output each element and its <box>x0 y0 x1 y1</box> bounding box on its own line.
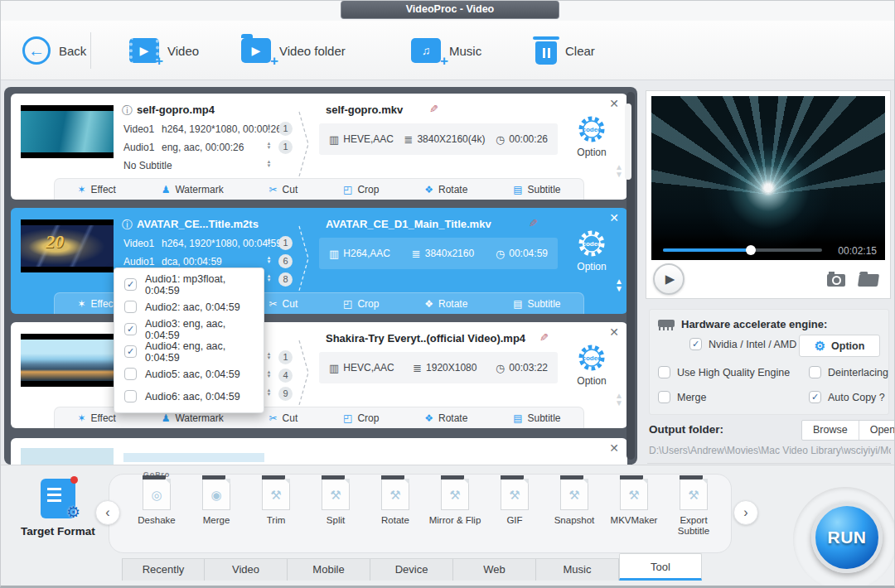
scroll-tools-right-button[interactable]: › <box>733 500 758 525</box>
cut-button[interactable]: ✂Cut <box>269 412 298 424</box>
preview-video[interactable]: 00:02:15 <box>651 96 885 260</box>
checkbox[interactable] <box>124 390 137 402</box>
close-icon[interactable]: ✕ <box>609 211 619 224</box>
effect-button[interactable]: ✶Effect <box>77 298 116 310</box>
rotate-button[interactable]: ❖Rotate <box>424 184 467 195</box>
tool-trim[interactable]: ⚒ Trim <box>246 479 306 537</box>
audio-track-option[interactable]: ✓Audio4: eng, aac, 0:04:59 <box>114 340 264 363</box>
rotate-button[interactable]: ❖Rotate <box>424 298 467 310</box>
subtitle-track-stepper[interactable] <box>265 160 273 168</box>
checkbox[interactable] <box>809 366 821 378</box>
run-button[interactable]: RUN <box>811 502 883 573</box>
codec-option-button[interactable]: codec Option <box>568 113 616 158</box>
high-quality-checkbox-row[interactable]: Use High Quality Engine <box>658 366 790 378</box>
audio-track-option[interactable]: Audio2: aac, 0:04:59 <box>114 296 264 318</box>
gpu-checkbox-row[interactable]: ✓ Nvidia / Intel / AMD <box>689 338 796 350</box>
checkbox[interactable] <box>658 391 670 403</box>
edit-name-icon[interactable]: ✎ <box>529 217 538 229</box>
subtitle-track-stepper[interactable] <box>265 274 273 282</box>
tab-recently[interactable]: Recently <box>122 559 205 581</box>
audio-track-stepper[interactable] <box>265 142 273 150</box>
cut-button[interactable]: ✂Cut <box>269 184 298 195</box>
subtitle-track-stepper[interactable] <box>265 388 273 397</box>
reorder-arrows[interactable] <box>615 163 623 178</box>
reorder-arrows[interactable] <box>615 277 623 292</box>
list-scrollbar-track[interactable] <box>626 92 635 460</box>
crop-button[interactable]: ◰Crop <box>343 184 379 195</box>
effect-button[interactable]: ✶Effect <box>77 412 116 424</box>
list-scrollbar-thumb[interactable] <box>625 104 631 180</box>
browse-button[interactable]: Browse <box>802 421 859 440</box>
tool-export-subtitle[interactable]: ⚒ Export Subtitle <box>664 479 723 537</box>
subtitle-button[interactable]: ▤Subtitle <box>513 412 560 424</box>
tool-mirror-flip[interactable]: ⚒ Mirror & Flip <box>425 479 485 537</box>
tab-music[interactable]: Music <box>536 559 619 581</box>
close-icon[interactable]: ✕ <box>609 441 619 455</box>
subtitle-button[interactable]: ▤Subtitle <box>513 298 560 310</box>
close-icon[interactable]: ✕ <box>609 97 619 110</box>
video-row-2-selected[interactable]: 20 ⓘ AVATAR_CE...Title.m2ts Video1h264, … <box>11 208 627 314</box>
audio-track-option[interactable]: ✓Audio1: mp3float, 0:04:59 <box>114 273 264 296</box>
codec-option-button[interactable]: codec Option <box>568 342 616 387</box>
add-music-button[interactable]: ♫ Music <box>411 32 481 69</box>
edit-name-icon[interactable]: ✎ <box>429 103 438 115</box>
audio-track-option[interactable]: ✓Audio3: eng, aac, 0:04:59 <box>114 318 264 340</box>
subtitle-button[interactable]: ▤Subtitle <box>513 184 560 195</box>
crop-button[interactable]: ◰Crop <box>343 412 379 424</box>
video-track-stepper[interactable] <box>265 123 273 132</box>
info-icon[interactable]: ⓘ <box>122 104 133 118</box>
close-icon[interactable]: ✕ <box>609 325 619 339</box>
tool-merge[interactable]: ◉ Merge <box>186 479 246 537</box>
checkbox[interactable]: ✓ <box>124 345 137 358</box>
tab-device[interactable]: Device <box>370 559 453 581</box>
play-button[interactable]: ▶ <box>653 263 685 295</box>
video-row-4-partial[interactable]: ✕ <box>11 438 627 465</box>
audio-track-option[interactable]: Audio6: aac, 0:04:59 <box>114 385 264 407</box>
tab-mobile[interactable]: Mobile <box>288 559 370 581</box>
open-folder-icon[interactable] <box>858 274 879 287</box>
hardware-option-button[interactable]: ⚙ Option <box>799 335 880 357</box>
target-format-block[interactable]: ⚙ Target Format <box>14 479 102 537</box>
clear-button[interactable]: Clear <box>535 32 595 69</box>
tab-video[interactable]: Video <box>205 559 288 581</box>
scroll-tools-left-button[interactable]: ‹ <box>95 500 120 525</box>
rotate-button[interactable]: ❖Rotate <box>424 412 467 424</box>
seek-bar[interactable] <box>663 248 822 252</box>
checkbox[interactable] <box>658 366 670 378</box>
tab-tool-active[interactable]: Tool <box>619 553 702 581</box>
add-video-folder-button[interactable]: ▶ Video folder <box>241 32 346 69</box>
auto-copy-checkbox-row[interactable]: ✓ Auto Copy ? <box>809 391 885 403</box>
tool-deshake[interactable]: GoPro ◎ Deshake <box>127 479 186 537</box>
tool-snapshot[interactable]: ⚒ Snapshot <box>544 479 604 537</box>
merge-checkbox-row[interactable]: Merge <box>658 391 706 403</box>
tool-rotate[interactable]: ⚒ Rotate <box>365 479 425 537</box>
video-row-3[interactable]: ⓘ 1 4 9 Shakira-Try Everyt..(official Vi… <box>11 322 627 428</box>
checkbox[interactable]: ✓ <box>124 278 137 291</box>
tool-gif[interactable]: ⚒ GIF <box>485 479 544 537</box>
tool-mkvmaker[interactable]: ⚒ MKVMaker <box>604 479 664 537</box>
checkbox[interactable]: ✓ <box>124 323 137 335</box>
video-row-1[interactable]: ⓘ self-gopro.mp4 Video1h264, 1920*1080, … <box>11 94 627 200</box>
reorder-arrows[interactable] <box>615 392 623 407</box>
edit-name-icon[interactable]: ✎ <box>539 331 549 344</box>
audio-track-stepper[interactable] <box>265 256 273 264</box>
deinterlacing-checkbox-row[interactable]: Deinterlacing <box>809 366 888 378</box>
add-video-button[interactable]: ▶ Video <box>129 32 199 69</box>
open-button[interactable]: Open <box>859 421 895 440</box>
seek-handle[interactable] <box>746 245 756 255</box>
codec-option-button[interactable]: codec Option <box>568 228 616 272</box>
checkbox[interactable] <box>124 368 137 380</box>
checkbox[interactable]: ✓ <box>689 338 702 350</box>
effect-button[interactable]: ✶Effect <box>77 184 116 195</box>
watermark-button[interactable]: ♟Watermark <box>162 184 224 195</box>
crop-button[interactable]: ◰Crop <box>343 298 379 310</box>
video-track-stepper[interactable] <box>265 238 273 246</box>
checkbox[interactable] <box>124 301 137 313</box>
audio-track-option[interactable]: Audio5: aac, 0:04:59 <box>114 363 264 385</box>
tool-split[interactable]: ⚒ Split <box>306 479 365 537</box>
audio-track-stepper[interactable] <box>265 370 273 378</box>
snapshot-camera-icon[interactable] <box>827 274 845 287</box>
checkbox[interactable]: ✓ <box>809 391 821 403</box>
video-track-stepper[interactable] <box>265 352 273 360</box>
info-icon[interactable]: ⓘ <box>122 218 133 233</box>
